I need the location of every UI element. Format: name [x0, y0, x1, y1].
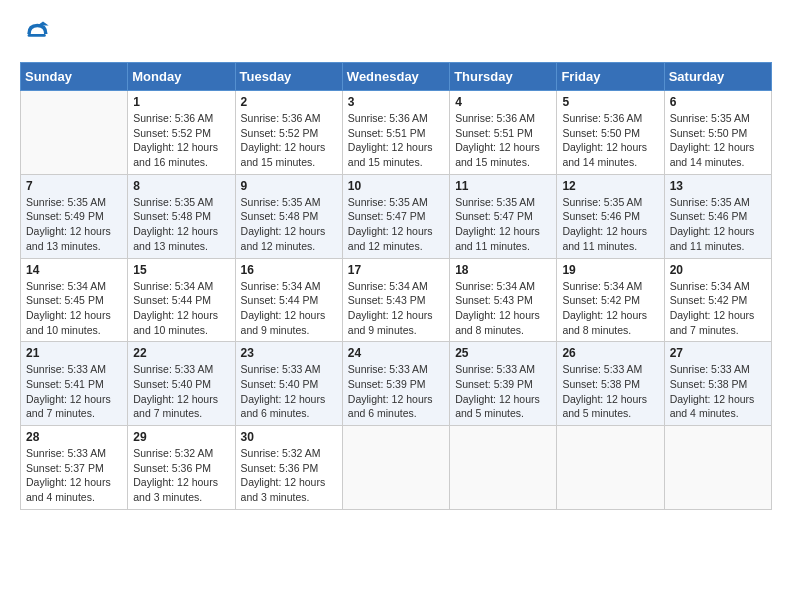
svg-rect-0 [28, 34, 46, 37]
day-info: Sunrise: 5:33 AM Sunset: 5:38 PM Dayligh… [670, 362, 766, 421]
day-number: 8 [133, 179, 229, 193]
day-info: Sunrise: 5:33 AM Sunset: 5:38 PM Dayligh… [562, 362, 658, 421]
day-info: Sunrise: 5:34 AM Sunset: 5:43 PM Dayligh… [455, 279, 551, 338]
calendar-cell: 20Sunrise: 5:34 AM Sunset: 5:42 PM Dayli… [664, 258, 771, 342]
calendar-week-row: 7Sunrise: 5:35 AM Sunset: 5:49 PM Daylig… [21, 174, 772, 258]
calendar-cell: 14Sunrise: 5:34 AM Sunset: 5:45 PM Dayli… [21, 258, 128, 342]
weekday-header: Saturday [664, 63, 771, 91]
calendar-cell: 11Sunrise: 5:35 AM Sunset: 5:47 PM Dayli… [450, 174, 557, 258]
weekday-header: Tuesday [235, 63, 342, 91]
day-number: 11 [455, 179, 551, 193]
day-info: Sunrise: 5:36 AM Sunset: 5:52 PM Dayligh… [241, 111, 337, 170]
weekday-header: Sunday [21, 63, 128, 91]
weekday-header-row: SundayMondayTuesdayWednesdayThursdayFrid… [21, 63, 772, 91]
calendar-cell: 19Sunrise: 5:34 AM Sunset: 5:42 PM Dayli… [557, 258, 664, 342]
day-number: 15 [133, 263, 229, 277]
calendar-cell: 26Sunrise: 5:33 AM Sunset: 5:38 PM Dayli… [557, 342, 664, 426]
day-number: 24 [348, 346, 444, 360]
day-number: 23 [241, 346, 337, 360]
calendar-cell: 16Sunrise: 5:34 AM Sunset: 5:44 PM Dayli… [235, 258, 342, 342]
day-number: 2 [241, 95, 337, 109]
calendar-cell: 27Sunrise: 5:33 AM Sunset: 5:38 PM Dayli… [664, 342, 771, 426]
calendar-cell: 9Sunrise: 5:35 AM Sunset: 5:48 PM Daylig… [235, 174, 342, 258]
calendar-cell [557, 426, 664, 510]
calendar-cell: 1Sunrise: 5:36 AM Sunset: 5:52 PM Daylig… [128, 91, 235, 175]
calendar-cell: 17Sunrise: 5:34 AM Sunset: 5:43 PM Dayli… [342, 258, 449, 342]
day-info: Sunrise: 5:36 AM Sunset: 5:50 PM Dayligh… [562, 111, 658, 170]
day-info: Sunrise: 5:33 AM Sunset: 5:37 PM Dayligh… [26, 446, 122, 505]
day-number: 1 [133, 95, 229, 109]
day-number: 29 [133, 430, 229, 444]
calendar-week-row: 21Sunrise: 5:33 AM Sunset: 5:41 PM Dayli… [21, 342, 772, 426]
day-number: 9 [241, 179, 337, 193]
day-info: Sunrise: 5:34 AM Sunset: 5:45 PM Dayligh… [26, 279, 122, 338]
weekday-header: Wednesday [342, 63, 449, 91]
calendar-cell: 6Sunrise: 5:35 AM Sunset: 5:50 PM Daylig… [664, 91, 771, 175]
calendar-cell: 5Sunrise: 5:36 AM Sunset: 5:50 PM Daylig… [557, 91, 664, 175]
logo [20, 20, 50, 52]
calendar-cell [664, 426, 771, 510]
day-info: Sunrise: 5:35 AM Sunset: 5:47 PM Dayligh… [348, 195, 444, 254]
day-number: 7 [26, 179, 122, 193]
day-info: Sunrise: 5:35 AM Sunset: 5:47 PM Dayligh… [455, 195, 551, 254]
day-info: Sunrise: 5:36 AM Sunset: 5:51 PM Dayligh… [455, 111, 551, 170]
day-number: 20 [670, 263, 766, 277]
day-number: 28 [26, 430, 122, 444]
weekday-header: Thursday [450, 63, 557, 91]
day-number: 18 [455, 263, 551, 277]
day-info: Sunrise: 5:33 AM Sunset: 5:39 PM Dayligh… [455, 362, 551, 421]
day-info: Sunrise: 5:35 AM Sunset: 5:49 PM Dayligh… [26, 195, 122, 254]
day-info: Sunrise: 5:32 AM Sunset: 5:36 PM Dayligh… [241, 446, 337, 505]
day-info: Sunrise: 5:33 AM Sunset: 5:40 PM Dayligh… [241, 362, 337, 421]
calendar-week-row: 1Sunrise: 5:36 AM Sunset: 5:52 PM Daylig… [21, 91, 772, 175]
calendar-cell: 2Sunrise: 5:36 AM Sunset: 5:52 PM Daylig… [235, 91, 342, 175]
calendar-cell: 10Sunrise: 5:35 AM Sunset: 5:47 PM Dayli… [342, 174, 449, 258]
calendar-cell: 28Sunrise: 5:33 AM Sunset: 5:37 PM Dayli… [21, 426, 128, 510]
day-info: Sunrise: 5:34 AM Sunset: 5:44 PM Dayligh… [241, 279, 337, 338]
weekday-header: Friday [557, 63, 664, 91]
calendar-cell: 22Sunrise: 5:33 AM Sunset: 5:40 PM Dayli… [128, 342, 235, 426]
day-number: 13 [670, 179, 766, 193]
day-number: 16 [241, 263, 337, 277]
day-info: Sunrise: 5:34 AM Sunset: 5:44 PM Dayligh… [133, 279, 229, 338]
day-number: 3 [348, 95, 444, 109]
calendar-week-row: 28Sunrise: 5:33 AM Sunset: 5:37 PM Dayli… [21, 426, 772, 510]
day-number: 25 [455, 346, 551, 360]
day-info: Sunrise: 5:33 AM Sunset: 5:40 PM Dayligh… [133, 362, 229, 421]
calendar-cell [21, 91, 128, 175]
calendar-cell: 30Sunrise: 5:32 AM Sunset: 5:36 PM Dayli… [235, 426, 342, 510]
calendar-cell: 8Sunrise: 5:35 AM Sunset: 5:48 PM Daylig… [128, 174, 235, 258]
calendar-cell [450, 426, 557, 510]
calendar-table: SundayMondayTuesdayWednesdayThursdayFrid… [20, 62, 772, 510]
calendar-cell: 18Sunrise: 5:34 AM Sunset: 5:43 PM Dayli… [450, 258, 557, 342]
day-number: 17 [348, 263, 444, 277]
day-number: 19 [562, 263, 658, 277]
day-info: Sunrise: 5:34 AM Sunset: 5:42 PM Dayligh… [670, 279, 766, 338]
calendar-cell: 4Sunrise: 5:36 AM Sunset: 5:51 PM Daylig… [450, 91, 557, 175]
page-header [20, 20, 772, 52]
day-number: 10 [348, 179, 444, 193]
calendar-cell: 12Sunrise: 5:35 AM Sunset: 5:46 PM Dayli… [557, 174, 664, 258]
day-info: Sunrise: 5:33 AM Sunset: 5:41 PM Dayligh… [26, 362, 122, 421]
calendar-week-row: 14Sunrise: 5:34 AM Sunset: 5:45 PM Dayli… [21, 258, 772, 342]
day-number: 21 [26, 346, 122, 360]
day-info: Sunrise: 5:33 AM Sunset: 5:39 PM Dayligh… [348, 362, 444, 421]
calendar-cell: 23Sunrise: 5:33 AM Sunset: 5:40 PM Dayli… [235, 342, 342, 426]
day-number: 12 [562, 179, 658, 193]
day-number: 22 [133, 346, 229, 360]
weekday-header: Monday [128, 63, 235, 91]
day-info: Sunrise: 5:32 AM Sunset: 5:36 PM Dayligh… [133, 446, 229, 505]
day-info: Sunrise: 5:35 AM Sunset: 5:48 PM Dayligh… [241, 195, 337, 254]
calendar-cell: 29Sunrise: 5:32 AM Sunset: 5:36 PM Dayli… [128, 426, 235, 510]
day-info: Sunrise: 5:35 AM Sunset: 5:48 PM Dayligh… [133, 195, 229, 254]
day-number: 14 [26, 263, 122, 277]
day-number: 27 [670, 346, 766, 360]
day-info: Sunrise: 5:36 AM Sunset: 5:52 PM Dayligh… [133, 111, 229, 170]
day-info: Sunrise: 5:34 AM Sunset: 5:43 PM Dayligh… [348, 279, 444, 338]
day-info: Sunrise: 5:35 AM Sunset: 5:46 PM Dayligh… [670, 195, 766, 254]
day-number: 6 [670, 95, 766, 109]
calendar-cell: 13Sunrise: 5:35 AM Sunset: 5:46 PM Dayli… [664, 174, 771, 258]
calendar-cell: 7Sunrise: 5:35 AM Sunset: 5:49 PM Daylig… [21, 174, 128, 258]
day-number: 26 [562, 346, 658, 360]
day-info: Sunrise: 5:35 AM Sunset: 5:46 PM Dayligh… [562, 195, 658, 254]
